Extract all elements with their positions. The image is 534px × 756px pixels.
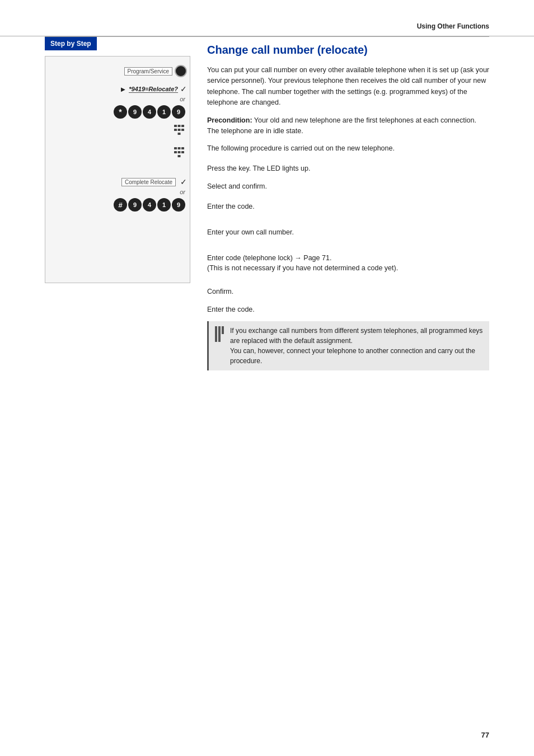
star-btn: *: [114, 105, 127, 119]
steps-border-box: Program/Service ► *9419=Relocate? ✓ or *…: [45, 56, 190, 283]
svg-rect-14: [215, 326, 217, 342]
step-left-2: ► *9419=Relocate? ✓: [45, 81, 190, 97]
svg-rect-16: [222, 326, 224, 334]
check-icon-2: ✓: [180, 177, 187, 186]
right-step-5: Enter code (telephone lock) → Page 71.(T…: [207, 251, 489, 279]
precondition-bold-label: Precondition:: [207, 116, 252, 124]
arrow-right-icon: ►: [119, 85, 127, 93]
svg-rect-2: [181, 125, 184, 127]
svg-rect-4: [178, 129, 181, 131]
right-step-6: Confirm.: [207, 284, 489, 300]
left-column: Step by Step Program/Service ► *9419=Rel…: [45, 37, 196, 370]
note-box: If you exchange call numbers from differ…: [207, 321, 489, 370]
relocate-menu-label: *9419=Relocate?: [129, 86, 178, 93]
check-icon-1: ✓: [180, 84, 187, 93]
svg-rect-5: [181, 129, 184, 131]
right-step-4: Enter your own call number.: [207, 225, 489, 241]
right-step-1-text: Press the key. The LED lights up.: [207, 163, 310, 174]
program-service-key-icon: [175, 65, 187, 77]
svg-rect-1: [178, 125, 181, 127]
svg-rect-8: [178, 147, 181, 149]
keypad-icon-1: [173, 124, 185, 136]
spacer-keypad-1: [45, 120, 190, 137]
svg-rect-7: [174, 147, 177, 149]
step-left-3: * 9 4 1 9: [45, 104, 190, 120]
right-step-2-text: Select and confirm.: [207, 181, 267, 192]
step-left-1: Program/Service: [45, 63, 190, 79]
page-header: Using Other Functions: [0, 0, 534, 36]
following-text: The following procedure is carried out o…: [207, 143, 489, 154]
right-step-4-text: Enter your own call number.: [207, 227, 294, 238]
bottom-spacer: [45, 213, 190, 280]
digit-4-btn-2: 4: [143, 198, 156, 212]
svg-rect-11: [178, 151, 181, 153]
header-title: Using Other Functions: [417, 22, 489, 30]
note-icon: [214, 326, 226, 342]
intro-text: You can put your call number on every ot…: [207, 65, 489, 109]
right-step-1: Press the key. The LED lights up.: [207, 161, 489, 177]
right-step-7-text: Enter the code.: [207, 304, 255, 315]
svg-rect-9: [181, 147, 184, 149]
main-content: Step by Step Program/Service ► *9419=Rel…: [0, 37, 534, 370]
svg-rect-3: [174, 129, 177, 131]
svg-rect-10: [174, 151, 177, 153]
hash-btn: #: [114, 198, 127, 212]
step-left-complete: Complete Relocate ✓: [45, 174, 190, 190]
complete-relocate-label: Complete Relocate: [121, 178, 176, 186]
digit-9-btn-1: 9: [128, 105, 142, 119]
page-number: 77: [481, 731, 489, 739]
right-step-6-text: Confirm.: [207, 287, 233, 297]
svg-rect-0: [174, 125, 177, 127]
digit-9-btn-2: 9: [172, 105, 185, 119]
digit-4-btn-1: 4: [143, 105, 156, 119]
digit-9-btn-4: 9: [172, 198, 185, 212]
step-left-hash: # 9 4 1 9: [45, 196, 190, 213]
note-bars-icon: [215, 326, 225, 342]
svg-rect-6: [178, 133, 181, 135]
digit-1-btn-1: 1: [157, 105, 171, 119]
program-service-label: Program/Service: [124, 67, 172, 76]
right-step-7: Enter the code.: [207, 302, 489, 318]
spacer-keypad-2: [45, 137, 190, 168]
step-by-step-label: Step by Step: [45, 37, 97, 50]
svg-rect-13: [178, 155, 181, 157]
digit-1-btn-2: 1: [157, 198, 171, 212]
right-step-5-text: Enter code (telephone lock) → Page 71.(T…: [207, 253, 398, 274]
precondition-text: Precondition: Your old and new telephone…: [207, 115, 489, 137]
right-step-3: Enter the code.: [207, 199, 489, 215]
keypad-icon-2: [173, 146, 185, 158]
right-step-3-text: Enter the code.: [207, 201, 255, 212]
right-column: Change call number (relocate) You can pu…: [196, 37, 489, 370]
note-text: If you exchange call numbers from differ…: [230, 326, 484, 366]
or-text-1: or: [45, 96, 190, 102]
right-step-2: Select and confirm.: [207, 179, 489, 195]
svg-rect-12: [181, 151, 184, 153]
svg-rect-15: [218, 326, 221, 342]
digit-9-btn-3: 9: [128, 198, 142, 212]
section-title: Change call number (relocate): [207, 43, 489, 57]
or-text-2: or: [45, 189, 190, 195]
